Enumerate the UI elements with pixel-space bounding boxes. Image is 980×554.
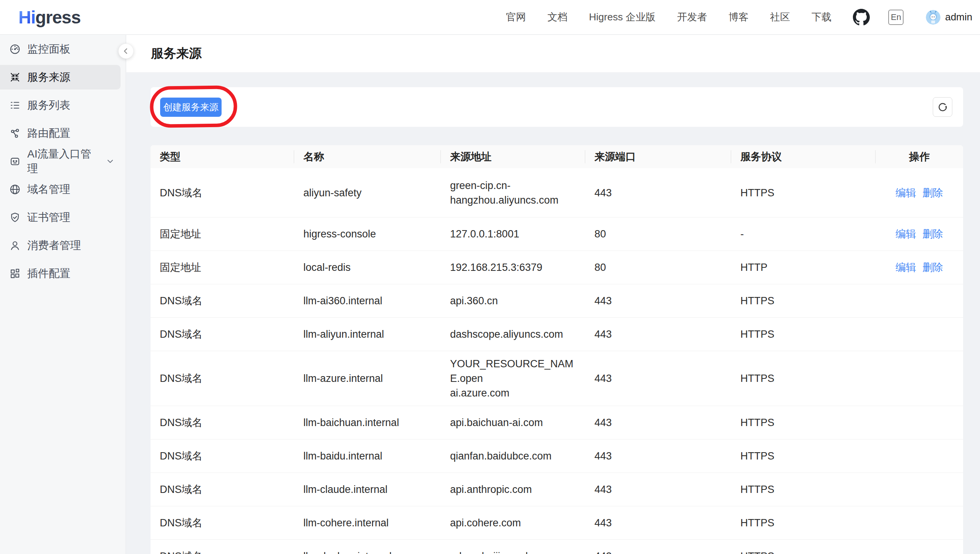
- cell-address: api.baichuan-ai.com: [441, 410, 585, 435]
- topnav-item[interactable]: Higress 企业版: [589, 10, 656, 24]
- cell-name: llm-cohere.internal: [294, 510, 441, 536]
- topnav-item[interactable]: 开发者: [677, 10, 707, 24]
- column-header: 来源端口: [585, 145, 731, 168]
- create-service-source-button[interactable]: 创建服务来源: [160, 98, 222, 117]
- cell-type: DNS域名: [151, 443, 294, 469]
- cell-type: DNS域名: [151, 180, 294, 206]
- cell-port: 443: [585, 544, 731, 554]
- table-row: DNS域名 llm-baichuan.internal api.baichuan…: [151, 406, 963, 439]
- sidebar-item-route[interactable]: 路由配置: [0, 121, 121, 146]
- topnav-item[interactable]: 文档: [548, 10, 568, 24]
- reload-icon: [937, 102, 948, 113]
- user-name: admin: [945, 11, 972, 23]
- shrink-icon: [9, 71, 21, 83]
- cell-address: 127.0.0.1:8001: [441, 221, 585, 247]
- cell-port: 443: [585, 410, 731, 435]
- topnav-item[interactable]: 社区: [770, 10, 790, 24]
- edit-link[interactable]: 编辑: [896, 228, 916, 240]
- cell-type: DNS域名: [151, 544, 294, 554]
- cell-port: 80: [585, 221, 731, 247]
- logo-letter-i: i: [31, 7, 35, 28]
- cell-type: DNS域名: [151, 477, 294, 502]
- table-row: DNS域名 llm-baidu.internal qianfan.baidubc…: [151, 439, 963, 473]
- topnav-item[interactable]: 博客: [728, 10, 748, 24]
- chevron-left-icon: [122, 47, 130, 55]
- user-icon: [9, 240, 21, 251]
- sidebar-collapse-button[interactable]: [118, 43, 134, 59]
- page-content: 创建服务来源 类型名称来源地址来源端口服务协议操作 DNS域名 aliyun-s…: [126, 72, 980, 554]
- cell-actions: [876, 484, 963, 495]
- sidebar-item-label: 服务列表: [27, 98, 70, 113]
- cell-actions: [876, 329, 963, 340]
- cell-port: 443: [585, 322, 731, 347]
- sidebar-navigation: 监控面板服务来源服务列表路由配置AI流量入口管理域名管理证书管理消费者管理插件配…: [0, 35, 126, 554]
- cell-name: llm-baichuan.internal: [294, 410, 441, 435]
- cell-port: 443: [585, 477, 731, 502]
- cell-protocol: HTTPS: [731, 477, 876, 502]
- route-icon: [9, 128, 21, 139]
- page-header: 服务来源: [126, 35, 980, 72]
- cell-protocol: HTTPS: [731, 410, 876, 435]
- user-menu[interactable]: admin: [926, 10, 972, 25]
- delete-link[interactable]: 删除: [922, 262, 943, 273]
- cell-protocol: HTTP: [731, 255, 876, 280]
- sidebar-item-globe[interactable]: 域名管理: [0, 177, 121, 202]
- language-toggle-button[interactable]: En: [888, 10, 904, 25]
- cell-name: higress-console: [294, 221, 441, 247]
- topnav-item[interactable]: 官网: [506, 10, 526, 24]
- cell-protocol: HTTPS: [731, 510, 876, 536]
- main-panel: 服务来源 创建服务来源 类型名称来源地址来源端口服务协议操作 DNS域名 al: [126, 35, 980, 554]
- top-navigation: 官网文档Higress 企业版开发者博客社区下载: [506, 10, 831, 24]
- edit-link[interactable]: 编辑: [896, 187, 916, 199]
- cell-type: DNS域名: [151, 410, 294, 435]
- table-row: DNS域名 llm-azure.internal YOUR_RESOURCE_N…: [151, 351, 963, 406]
- sidebar-item-label: AI流量入口管理: [27, 147, 99, 176]
- cell-actions: [876, 451, 963, 461]
- delete-link[interactable]: 删除: [922, 187, 943, 199]
- sidebar-item-dashboard[interactable]: 监控面板: [0, 37, 121, 61]
- refresh-button[interactable]: [933, 97, 952, 117]
- cell-protocol: HTTPS: [731, 322, 876, 347]
- delete-link[interactable]: 删除: [922, 228, 943, 240]
- cell-actions: 编辑删除: [876, 255, 963, 280]
- edit-link[interactable]: 编辑: [896, 262, 916, 273]
- column-header: 名称: [294, 145, 441, 168]
- higress-logo[interactable]: Higress: [18, 7, 81, 28]
- sidebar-item-label: 路由配置: [27, 126, 70, 141]
- sidebar-item-robot[interactable]: AI流量入口管理: [0, 149, 121, 174]
- cell-address: api.360.cn: [441, 288, 585, 313]
- cell-port: 443: [585, 288, 731, 313]
- sidebar-item-blocks[interactable]: 插件配置: [0, 261, 121, 286]
- topnav-item[interactable]: 下载: [811, 10, 831, 24]
- table-row: 固定地址 higress-console 127.0.0.1:8001 80 -…: [151, 217, 963, 250]
- cell-address: dashscope.aliyuncs.com: [441, 322, 585, 347]
- robot-icon: [9, 156, 21, 167]
- cell-name: llm-aliyun.internal: [294, 322, 441, 347]
- cell-address: api.anthropic.com: [441, 477, 585, 502]
- sidebar-item-shrink[interactable]: 服务来源: [0, 65, 121, 90]
- globe-icon: [9, 184, 21, 195]
- cell-protocol: HTTPS: [731, 544, 876, 554]
- sidebar-item-label: 证书管理: [27, 210, 70, 225]
- sidebar-item-label: 域名管理: [27, 182, 70, 197]
- cell-actions: [876, 417, 963, 428]
- cell-port: 443: [585, 510, 731, 536]
- cell-port: 443: [585, 180, 731, 206]
- cell-protocol: HTTPS: [731, 366, 876, 391]
- cell-name: llm-azure.internal: [294, 366, 441, 391]
- sidebar-item-shield[interactable]: 证书管理: [0, 205, 121, 230]
- github-icon[interactable]: [853, 9, 870, 26]
- sidebar-item-user[interactable]: 消费者管理: [0, 233, 121, 258]
- dashboard-icon: [9, 43, 21, 55]
- cell-name: llm-doubao.internal: [294, 544, 441, 554]
- column-header: 服务协议: [731, 145, 876, 168]
- cell-actions: 编辑删除: [876, 221, 963, 247]
- cell-protocol: -: [731, 221, 876, 247]
- table-row: DNS域名 llm-doubao.internal ark.cn-beijing…: [151, 539, 963, 554]
- cell-type: DNS域名: [151, 510, 294, 536]
- cell-port: 443: [585, 366, 731, 391]
- cell-name: aliyun-safety: [294, 180, 441, 206]
- sidebar-item-list[interactable]: 服务列表: [0, 93, 121, 118]
- cell-port: 80: [585, 255, 731, 280]
- cell-type: 固定地址: [151, 221, 294, 247]
